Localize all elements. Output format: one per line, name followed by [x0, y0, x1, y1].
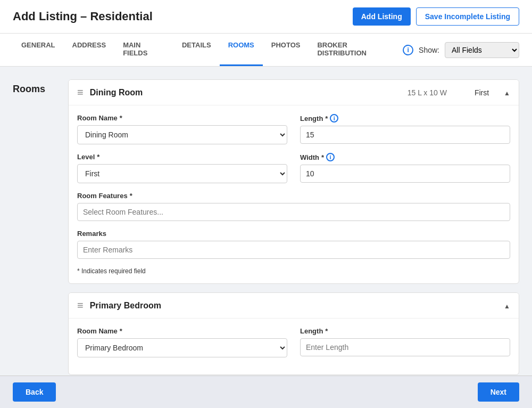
room-name-select[interactable]: Dining Room [77, 125, 287, 144]
primary-length-label: Length * [300, 327, 510, 335]
tab-details[interactable]: DETAILS [173, 34, 220, 66]
primary-bedroom-name-group: Room Name * Primary Bedroom [77, 327, 287, 357]
info-icon[interactable]: i [403, 45, 413, 55]
length-info-icon[interactable]: i [330, 114, 338, 123]
dining-room-name-group: Room Name * Dining Room [77, 114, 287, 144]
nav-tabs-left: GENERAL ADDRESS MAIN FIELDS DETAILS ROOM… [13, 34, 403, 66]
primary-bedroom-row-1: Room Name * Primary Bedroom Length * [77, 327, 510, 357]
dining-room-name: Dining Room [90, 88, 401, 97]
collapse-dining-room-button[interactable] [504, 87, 510, 98]
dining-room-width-group: Width * i [300, 153, 510, 183]
sidebar-rooms-label: Rooms [13, 79, 55, 375]
remarks-label: Remarks [77, 230, 510, 238]
dining-room-row-2: Level * First Width * i [77, 153, 510, 183]
room-features-input[interactable] [77, 203, 510, 221]
remarks-input[interactable] [77, 241, 510, 259]
tab-rooms[interactable]: ROOMS [220, 34, 263, 66]
dining-room-row-1: Room Name * Dining Room Length * i [77, 114, 510, 144]
tab-main-fields[interactable]: MAIN FIELDS [114, 34, 173, 66]
length-label: Length * i [300, 114, 510, 123]
required-star-pb-name: * [120, 327, 122, 335]
nav-tabs: GENERAL ADDRESS MAIN FIELDS DETAILS ROOM… [0, 34, 532, 67]
primary-bedroom-length-group: Length * [300, 327, 510, 357]
required-star-pb-length: * [325, 327, 328, 335]
room-name-label: Room Name * [77, 114, 287, 122]
primary-bedroom-name: Primary Bedroom [90, 301, 455, 311]
tab-photos[interactable]: PHOTOS [263, 34, 309, 66]
footer: Back Next [0, 376, 532, 388]
show-select[interactable]: All Fields [445, 42, 519, 58]
required-star-level: * [97, 153, 99, 161]
next-button[interactable]: Next [478, 382, 519, 388]
room-features-label: Room Features * [77, 192, 510, 200]
dining-room-length-group: Length * i [300, 114, 510, 144]
drag-handle-primary-bedroom[interactable] [77, 299, 84, 312]
tab-general[interactable]: GENERAL [13, 34, 64, 66]
dining-room-level: First [475, 88, 489, 97]
add-listing-button[interactable]: Add Listing [353, 7, 411, 26]
required-star-length: * [325, 115, 328, 123]
dining-room-row-4: Remarks [77, 230, 510, 259]
length-input[interactable] [300, 126, 510, 144]
chevron-up-icon-2 [504, 300, 510, 311]
page-title: Add Listing – Residential [13, 10, 153, 23]
save-incomplete-button[interactable]: Save Incomplete Listing [416, 7, 519, 26]
tab-address[interactable]: ADDRESS [64, 34, 115, 66]
required-note: * Indicates required field [77, 267, 510, 275]
required-star-name: * [120, 114, 122, 122]
room-card-dining-room: Dining Room 15 L x 10 W First Room Name … [68, 79, 519, 284]
nav-tabs-right: i Show: All Fields [403, 42, 519, 58]
level-select[interactable]: First [77, 164, 287, 183]
primary-bedroom-body: Room Name * Primary Bedroom Length * [69, 319, 519, 374]
dining-room-level-group: Level * First [77, 153, 287, 183]
primary-room-name-select[interactable]: Primary Bedroom [77, 338, 287, 357]
dining-room-header: Dining Room 15 L x 10 W First [69, 80, 519, 105]
remarks-group: Remarks [77, 230, 510, 259]
header: Add Listing – Residential Add Listing Sa… [0, 0, 532, 34]
required-star-features: * [130, 192, 132, 200]
primary-length-input[interactable] [300, 338, 510, 356]
required-star-width: * [321, 153, 324, 161]
room-card-primary-bedroom: Primary Bedroom Room Name * Primary B [68, 292, 519, 375]
rooms-container: Dining Room 15 L x 10 W First Room Name … [68, 79, 519, 375]
width-input[interactable] [300, 165, 510, 183]
dining-room-row-3: Room Features * [77, 192, 510, 221]
primary-bedroom-header: Primary Bedroom [69, 293, 519, 319]
dining-room-body: Room Name * Dining Room Length * i [69, 105, 519, 283]
show-label: Show: [419, 46, 439, 54]
width-info-icon[interactable]: i [326, 153, 335, 161]
level-label: Level * [77, 153, 287, 161]
back-button[interactable]: Back [13, 382, 56, 388]
tab-broker-distribution[interactable]: BROKER DISTRIBUTION [309, 34, 403, 66]
drag-handle-dining-room[interactable] [77, 86, 84, 99]
chevron-up-icon [504, 87, 510, 98]
room-features-group: Room Features * [77, 192, 510, 221]
main-content: Rooms Dining Room 15 L x 10 W First Room… [0, 67, 532, 388]
collapse-primary-bedroom-button[interactable] [504, 300, 510, 311]
dining-room-dims: 15 L x 10 W [408, 88, 447, 97]
primary-room-name-label: Room Name * [77, 327, 287, 335]
width-label: Width * i [300, 153, 510, 161]
header-buttons: Add Listing Save Incomplete Listing [353, 7, 519, 26]
